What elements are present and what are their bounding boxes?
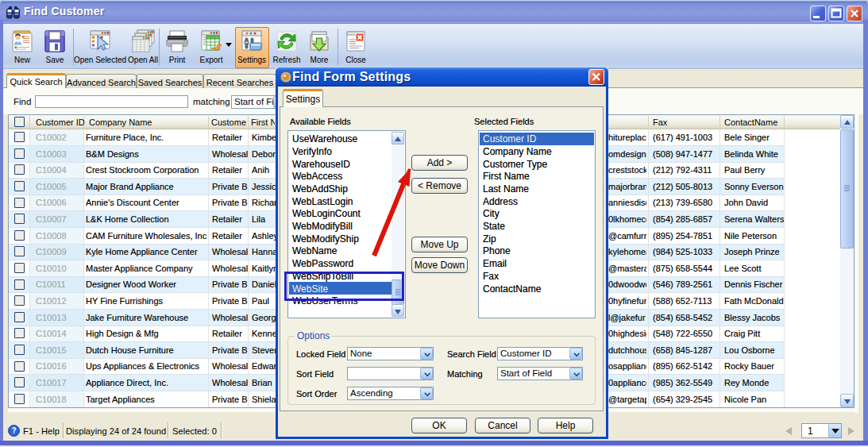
svg-text:?: ? xyxy=(11,426,16,435)
